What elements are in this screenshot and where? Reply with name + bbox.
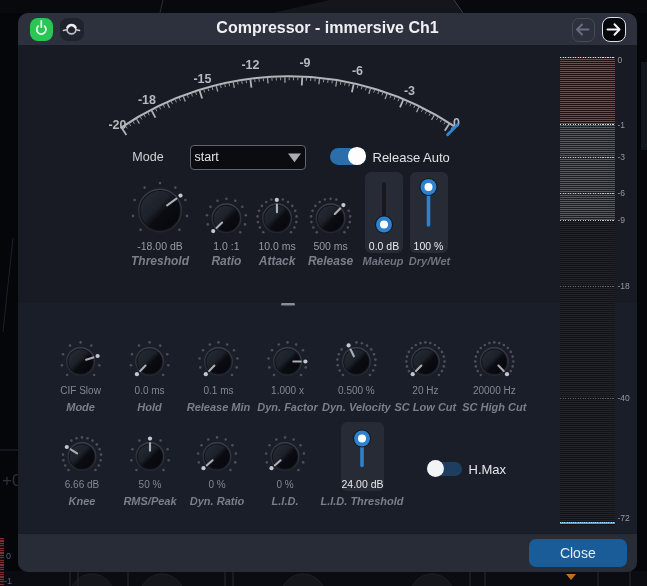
svg-text:-9: -9 xyxy=(299,56,310,70)
svg-text:-12: -12 xyxy=(241,58,259,72)
svg-text:-18: -18 xyxy=(138,93,156,107)
svg-text:-20: -20 xyxy=(108,118,126,132)
svg-text:-15: -15 xyxy=(193,72,211,86)
svg-text:-6: -6 xyxy=(352,64,363,78)
svg-text:-3: -3 xyxy=(404,84,415,98)
